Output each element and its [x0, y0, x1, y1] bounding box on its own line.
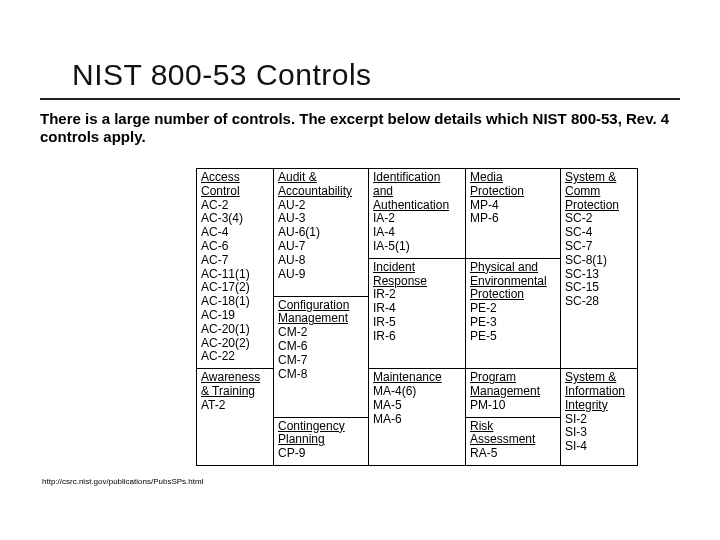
cell-maintenance: Maintenance MA-4(6)MA-5MA-6 — [369, 369, 466, 466]
cell-sys-integrity: System & Information Integrity SI-2SI-3S… — [561, 369, 638, 466]
cell-audit: Audit & Accountability AU-2AU-3AU-6(1)AU… — [274, 169, 369, 297]
intro-paragraph: There is a large number of controls. The… — [40, 110, 680, 146]
controls-table: Access Control AC-2AC-3(4)AC-4AC-6AC-7AC… — [196, 168, 638, 466]
cell-access-control: Access Control AC-2AC-3(4)AC-4AC-6AC-7AC… — [197, 169, 274, 369]
cell-physical: Physical and Environmental Protection PE… — [466, 258, 561, 368]
cell-risk: Risk Assessment RA-5 — [466, 417, 561, 465]
cell-sys-comm: System & Comm Protection SC-2SC-4SC-7SC-… — [561, 169, 638, 369]
cell-awareness: Awareness & Training AT-2 — [197, 369, 274, 466]
cell-contingency: Contingency Planning CP-9 — [274, 417, 369, 465]
cell-program: Program Management PM-10 — [466, 369, 561, 417]
cell-incident: Incident Response IR-2IR-4IR-5IR-6 — [369, 258, 466, 368]
page-title: NIST 800-53 Controls — [72, 58, 680, 92]
cell-media: Media Protection MP-4MP-6 — [466, 169, 561, 259]
source-footnote: http://csrc.nist.gov/publications/PubsSP… — [42, 477, 203, 486]
title-divider — [40, 98, 680, 100]
cell-config: Configuration Management CM-2CM-6CM-7CM-… — [274, 296, 369, 417]
cell-identification: Identification and Authentication IA-2IA… — [369, 169, 466, 259]
